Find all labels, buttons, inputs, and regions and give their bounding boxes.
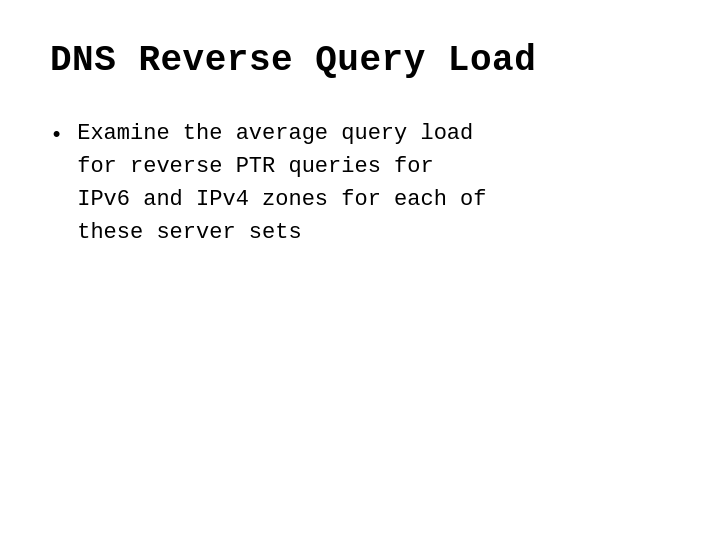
slide-container: DNS Reverse Query Load • Examine the ave…	[0, 0, 720, 540]
slide-title: DNS Reverse Query Load	[50, 40, 670, 81]
list-item: • Examine the average query loadfor reve…	[50, 117, 670, 249]
bullet-text: Examine the average query loadfor revers…	[77, 117, 486, 249]
bullet-list: • Examine the average query loadfor reve…	[50, 117, 670, 259]
bullet-dot: •	[50, 119, 63, 152]
